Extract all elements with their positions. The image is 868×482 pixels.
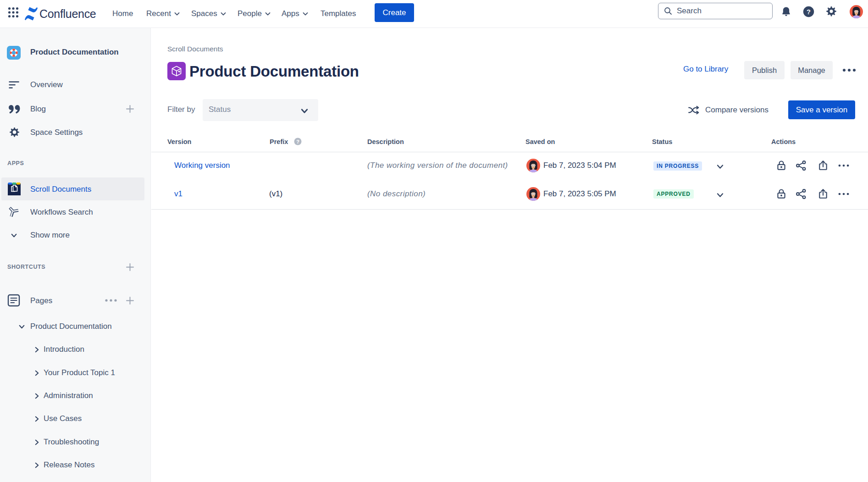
svg-text:?: ? [807,8,811,16]
svg-text:?: ? [296,139,299,144]
